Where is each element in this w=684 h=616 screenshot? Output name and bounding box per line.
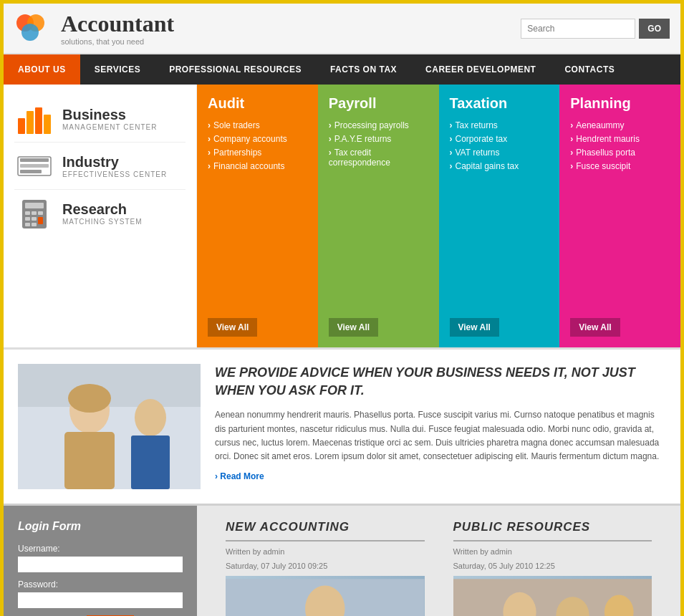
svg-point-25 xyxy=(68,384,111,413)
list-item[interactable]: Sole traders xyxy=(208,120,307,130)
logo-icon xyxy=(14,12,54,44)
service-title-audit: Audit xyxy=(208,95,307,112)
logo-name: Accountant xyxy=(61,11,174,37)
search-area: GO xyxy=(521,19,670,39)
username-label: Username: xyxy=(18,544,183,554)
password-input[interactable] xyxy=(18,592,183,608)
list-item[interactable]: Corporate tax xyxy=(450,134,549,144)
svg-rect-7 xyxy=(20,158,49,162)
content-text: WE PROVIDE ADVICE WHEN YOUR BUSINESS NEE… xyxy=(215,364,666,489)
service-title-planning: Planning xyxy=(570,95,670,112)
blog-date-resources: Saturday, 05 July 2010 12:25 xyxy=(453,562,652,570)
blog-author-accounting: Written by admin xyxy=(226,547,425,556)
svg-rect-4 xyxy=(27,111,34,134)
service-list-audit: Sole traders Company accounts Partnershi… xyxy=(208,120,307,311)
list-item[interactable]: Partnerships xyxy=(208,148,307,158)
service-title-payroll: Payroll xyxy=(329,95,428,112)
list-item[interactable]: Company accounts xyxy=(208,134,307,144)
nav-item-career[interactable]: CAREER DEVELOPMENT xyxy=(411,54,550,85)
pencil-icon xyxy=(14,150,54,182)
read-more-link[interactable]: Read More xyxy=(215,471,264,481)
list-item[interactable]: Phasellus porta xyxy=(570,148,670,158)
svg-rect-3 xyxy=(18,118,25,134)
sidebar-item-business[interactable]: Business MANAGEMENT CENTER xyxy=(14,95,186,143)
service-box-taxation: Taxation Tax returns Corporate tax VAT r… xyxy=(439,85,560,347)
list-item[interactable]: Tax returns xyxy=(450,120,549,130)
login-title: Login Form xyxy=(18,520,183,533)
blog-image-accounting xyxy=(226,576,425,616)
svg-point-2 xyxy=(21,24,39,41)
service-boxes: Audit Sole traders Company accounts Part… xyxy=(197,85,680,347)
blog-title-resources: PUBLIC RESOURCES xyxy=(453,520,652,542)
list-item[interactable]: VAT returns xyxy=(450,148,549,158)
svg-rect-13 xyxy=(25,211,30,215)
svg-rect-18 xyxy=(38,217,43,224)
service-box-payroll: Payroll Processing payrolls P.A.Y.E retu… xyxy=(318,85,439,347)
content-body: Aenean nonummy hendrerit mauris. Phasell… xyxy=(215,408,666,463)
password-label: Password: xyxy=(18,579,183,589)
nav-item-tax[interactable]: FACTS ON TAX xyxy=(316,54,411,85)
blog-date-accounting: Saturday, 07 July 2010 09:25 xyxy=(226,562,425,570)
service-list-planning: Aeneaummy Hendrent mauris Phasellus port… xyxy=(570,120,670,311)
blog-sections: NEW ACCOUNTING Written by admin Saturday… xyxy=(197,506,680,616)
svg-rect-12 xyxy=(25,203,44,208)
logo-tagline: solutions, that you need xyxy=(61,37,174,46)
sidebar-label-research: Research MATCHING SYSTEM xyxy=(62,201,142,226)
svg-rect-14 xyxy=(32,211,37,215)
svg-rect-9 xyxy=(20,170,42,173)
blog-col-resources: PUBLIC RESOURCES Written by admin Saturd… xyxy=(439,520,667,616)
view-all-planning[interactable]: View All xyxy=(570,318,620,337)
service-list-taxation: Tax returns Corporate tax VAT returns Ca… xyxy=(450,120,549,311)
search-button[interactable]: GO xyxy=(639,19,670,39)
content-image xyxy=(18,364,201,489)
svg-rect-19 xyxy=(25,223,30,226)
service-box-audit: Audit Sole traders Company accounts Part… xyxy=(197,85,318,347)
password-group: Password: xyxy=(18,579,183,608)
logo-area: Accountant solutions, that you need xyxy=(14,11,174,46)
svg-rect-20 xyxy=(32,223,37,226)
login-form: Login Form Username: Password: Remember … xyxy=(4,506,197,616)
list-item[interactable]: Processing payrolls xyxy=(329,120,428,130)
content-section: WE PROVIDE ADVICE WHEN YOUR BUSINESS NEE… xyxy=(4,350,680,504)
username-input[interactable] xyxy=(18,557,183,572)
svg-rect-16 xyxy=(25,217,30,221)
sidebar-label-business: Business MANAGEMENT CENTER xyxy=(62,107,157,131)
view-all-taxation[interactable]: View All xyxy=(450,318,499,337)
svg-point-26 xyxy=(135,399,166,436)
username-group: Username: xyxy=(18,544,183,572)
sidebar-label-industry: Industry EFFECTIVENESS CENTER xyxy=(62,154,167,178)
nav-item-services[interactable]: SERVICES xyxy=(80,54,155,85)
view-all-payroll[interactable]: View All xyxy=(329,318,378,337)
header: Accountant solutions, that you need GO xyxy=(4,4,680,54)
svg-rect-5 xyxy=(35,107,42,134)
list-item[interactable]: P.A.Y.E returns xyxy=(329,134,428,144)
sidebar: Business MANAGEMENT CENTER Industry EFFE… xyxy=(4,85,197,347)
service-title-taxation: Taxation xyxy=(450,95,549,112)
bar-chart-icon xyxy=(14,102,54,135)
service-box-planning: Planning Aeneaummy Hendrent mauris Phase… xyxy=(559,85,680,347)
list-item[interactable]: Tax credit correspondence xyxy=(329,148,428,168)
sidebar-item-industry[interactable]: Industry EFFECTIVENESS CENTER xyxy=(14,143,186,190)
list-item[interactable]: Financial accounts xyxy=(208,161,307,171)
nav-item-contacts[interactable]: CONTACTS xyxy=(550,54,629,85)
svg-rect-8 xyxy=(20,164,49,168)
list-item[interactable]: Capital gains tax xyxy=(450,161,549,171)
search-input[interactable] xyxy=(521,19,635,39)
bottom-section: Login Form Username: Password: Remember … xyxy=(4,506,680,616)
view-all-audit[interactable]: View All xyxy=(208,318,257,337)
hero-image xyxy=(18,364,201,489)
svg-rect-24 xyxy=(64,432,115,489)
blog-col-accounting: NEW ACCOUNTING Written by admin Saturday… xyxy=(211,520,439,616)
nav: ABOUT US SERVICES PROFESSIONAL RESOURCES… xyxy=(4,54,680,85)
nav-item-resources[interactable]: PROFESSIONAL RESOURCES xyxy=(155,54,316,85)
svg-rect-27 xyxy=(131,435,170,489)
svg-rect-15 xyxy=(38,211,43,215)
list-item[interactable]: Hendrent mauris xyxy=(570,134,670,144)
main-section: Business MANAGEMENT CENTER Industry EFFE… xyxy=(4,85,680,350)
nav-item-about[interactable]: ABOUT US xyxy=(4,54,80,85)
list-item[interactable]: Aeneaummy xyxy=(570,120,670,130)
service-list-payroll: Processing payrolls P.A.Y.E returns Tax … xyxy=(329,120,428,311)
blog-author-resources: Written by admin xyxy=(453,547,652,556)
list-item[interactable]: Fusce suscipit xyxy=(570,161,670,171)
sidebar-item-research[interactable]: Research MATCHING SYSTEM xyxy=(14,190,186,236)
